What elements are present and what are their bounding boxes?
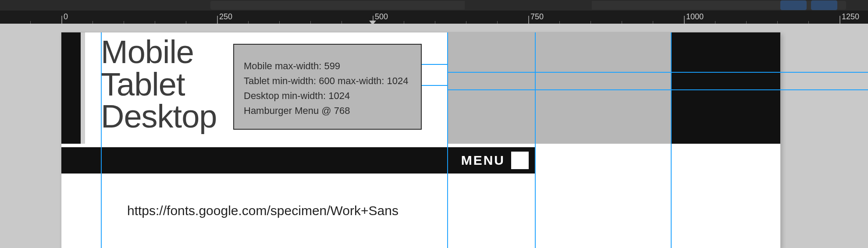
- page-artboard[interactable]: Mobile Tablet Desktop Mobile max-width: …: [61, 32, 780, 248]
- note-line: Desktop min-width: 1024: [244, 89, 411, 103]
- device-line-desktop: Desktop: [101, 99, 217, 134]
- horizontal-guide[interactable]: [447, 89, 868, 90]
- font-url-text: https://fonts.google.com/specimen/Work+S…: [127, 203, 398, 218]
- menu-bar: MENU: [61, 147, 535, 174]
- vertical-guide[interactable]: [535, 32, 536, 248]
- ruler-label: 1250: [842, 12, 859, 21]
- breakpoint-notes-text-frame[interactable]: Mobile max-width: 599 Tablet min-width: …: [233, 44, 422, 130]
- toolbar-button[interactable]: [811, 0, 837, 10]
- header-left-gray-block: [81, 32, 85, 144]
- device-line-tablet: Tablet: [101, 67, 217, 102]
- note-line: Mobile max-width: 599: [244, 59, 411, 74]
- note-line: Hamburger Menu @ 768: [244, 103, 411, 118]
- device-list-text-frame[interactable]: Mobile Tablet Desktop: [101, 35, 217, 132]
- horizontal-ruler[interactable]: 025050075010001250: [0, 11, 868, 24]
- ruler-label: 750: [530, 12, 544, 21]
- horizontal-guide[interactable]: [447, 72, 868, 73]
- pasteboard[interactable]: Mobile Tablet Desktop Mobile max-width: …: [0, 24, 868, 248]
- ruler-label: 500: [375, 12, 388, 21]
- vertical-guide[interactable]: [671, 32, 672, 248]
- ruler-label: 250: [219, 12, 232, 21]
- device-line-mobile: Mobile: [101, 35, 217, 69]
- header-right-black-block: [671, 32, 780, 144]
- app-toolbar: [0, 0, 868, 11]
- connector-line: [422, 64, 448, 65]
- ruler-label: 1000: [686, 12, 704, 21]
- hamburger-placeholder-icon[interactable]: [511, 152, 529, 169]
- ruler-label: 0: [64, 12, 68, 21]
- header-gray-block: [447, 32, 671, 144]
- toolbar-button[interactable]: [780, 0, 807, 10]
- vertical-guide[interactable]: [101, 32, 102, 248]
- header-left-black-block: [61, 32, 81, 144]
- font-url-text-frame[interactable]: https://fonts.google.com/specimen/Work+S…: [127, 203, 398, 218]
- note-line: Tablet min-width: 600 max-width: 1024: [244, 74, 411, 89]
- connector-line: [422, 85, 448, 86]
- menu-group: MENU: [461, 152, 529, 169]
- menu-label: MENU: [461, 153, 505, 168]
